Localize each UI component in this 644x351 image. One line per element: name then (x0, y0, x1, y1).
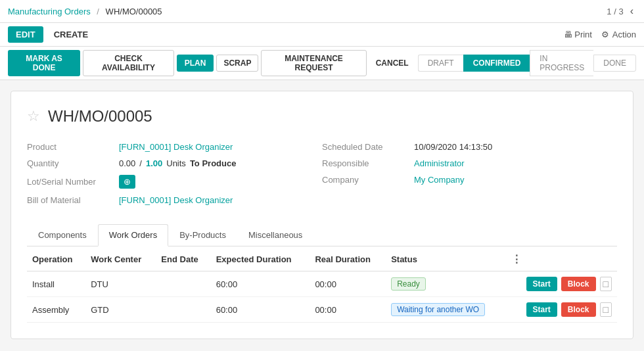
tab-components[interactable]: Components (27, 224, 98, 246)
responsible-value[interactable]: Administrator (414, 158, 465, 168)
row-operation: Install (27, 271, 85, 297)
cancel-button[interactable]: CANCEL (369, 55, 415, 71)
row-actions-cell: Start Block □ (506, 297, 617, 323)
col-work-center: Work Center (85, 246, 156, 271)
row-real-duration: 00:00 (310, 271, 386, 297)
status-draft[interactable]: DRAFT (418, 55, 463, 72)
favorite-star-icon[interactable]: ☆ (27, 108, 40, 125)
mark-done-button[interactable]: MARK AS DONE (8, 50, 80, 76)
nav-prev-icon[interactable]: ‹ (628, 4, 636, 18)
record-title: WH/MO/00005 (48, 107, 152, 126)
start-button[interactable]: Start (526, 277, 557, 291)
col-actions: ⋮ (506, 246, 617, 271)
record-header: ☆ WH/MO/00005 (27, 107, 617, 126)
field-bom: Bill of Material [FURN_0001] Desk Organi… (27, 192, 322, 208)
field-responsible: Responsible Administrator (322, 155, 617, 172)
action-button[interactable]: ⚙ Action (601, 30, 636, 39)
lot-label: Lot/Serial Number (27, 177, 119, 187)
table-row: Install DTU 60:00 00:00 Ready Start Bloc… (27, 271, 617, 297)
table-row: Assembly GTD 60:00 00:00 Waiting for ano… (27, 297, 617, 323)
row-work-center: GTD (85, 297, 156, 323)
work-orders-table: Operation Work Center End Date Expected … (27, 246, 617, 323)
breadcrumb: Manufacturing Orders / WH/MO/00005 (8, 7, 162, 16)
block-button[interactable]: Block (561, 302, 596, 317)
col-operation: Operation (27, 246, 85, 271)
field-product: Product [FURN_0001] Desk Organizer (27, 139, 322, 155)
status-confirmed[interactable]: CONFIRMED (463, 55, 530, 72)
start-button[interactable]: Start (526, 302, 557, 317)
tab-miscellaneous[interactable]: Miscellaneous (237, 224, 313, 246)
row-status: Waiting for another WO (386, 297, 506, 323)
breadcrumb-parent-link[interactable]: Manufacturing Orders (8, 7, 91, 16)
row-end-date (156, 297, 210, 323)
edit-toolbar: EDIT CREATE 🖶 Print ⚙ Action (0, 23, 644, 47)
maintenance-request-button[interactable]: MAINTENANCE REQUEST (261, 50, 366, 76)
field-company: Company My Company (322, 172, 617, 188)
tab-by-products[interactable]: By-Products (168, 224, 237, 246)
row-external-link-icon[interactable]: □ (600, 302, 612, 317)
row-status: Ready (386, 271, 506, 297)
page-counter: 1 / 3 (607, 7, 623, 16)
responsible-label: Responsible (322, 158, 414, 168)
qty-units: Units (166, 158, 186, 168)
field-scheduled-date: Scheduled Date 10/09/2020 14:13:50 (322, 139, 617, 155)
quantity-group: 0.00 / 1.00 Units To Produce (119, 158, 236, 168)
breadcrumb-current: WH/MO/00005 (106, 7, 162, 16)
tab-work-orders[interactable]: Work Orders (98, 224, 168, 246)
row-operation: Assembly (27, 297, 85, 323)
main-content: ☆ WH/MO/00005 Product [FURN_0001] Desk O… (0, 80, 644, 350)
col-status: Status (386, 246, 506, 271)
row-end-date (156, 271, 210, 297)
qty-one: 1.00 (146, 158, 162, 168)
col-real-duration: Real Duration (310, 246, 386, 271)
plan-button[interactable]: PLAN (177, 55, 214, 72)
status-badge: Waiting for another WO (391, 303, 485, 316)
breadcrumb-separator: / (97, 7, 99, 16)
print-icon: 🖶 (564, 30, 572, 39)
product-label: Product (27, 142, 119, 152)
bom-value[interactable]: [FURN_0001] Desk Organizer (119, 195, 233, 205)
row-expected-duration: 60:00 (211, 297, 310, 323)
tabs-container: Components Work Orders By-Products Misce… (27, 224, 617, 246)
row-external-link-icon[interactable]: □ (600, 277, 612, 291)
status-badge: Ready (391, 277, 426, 291)
scheduled-date-value: 10/09/2020 14:13:50 (414, 142, 492, 152)
col-end-date: End Date (156, 246, 210, 271)
bom-label: Bill of Material (27, 195, 119, 205)
edit-button[interactable]: EDIT (8, 26, 43, 43)
action-toolbar: MARK AS DONE CHECK AVAILABILITY PLAN SCR… (0, 47, 644, 80)
fields-grid: Product [FURN_0001] Desk Organizer Quant… (27, 139, 617, 208)
status-done[interactable]: DONE (593, 55, 636, 72)
status-bar: DRAFT CONFIRMED IN PROGRESS DONE (418, 50, 636, 76)
col-expected-duration: Expected Duration (211, 246, 310, 271)
quantity-label: Quantity (27, 158, 119, 168)
print-button[interactable]: 🖶 Print (564, 30, 592, 39)
product-value[interactable]: [FURN_0001] Desk Organizer (119, 142, 233, 152)
toolbar-actions: 🖶 Print ⚙ Action (564, 30, 636, 39)
breadcrumb-bar: Manufacturing Orders / WH/MO/00005 1 / 3… (0, 0, 644, 23)
row-expected-duration: 60:00 (211, 271, 310, 297)
qty-zero: 0.00 (119, 158, 135, 168)
table-menu-icon[interactable]: ⋮ (511, 254, 522, 265)
qty-to-produce: To Produce (190, 158, 237, 168)
gear-icon: ⚙ (601, 30, 609, 39)
field-quantity: Quantity 0.00 / 1.00 Units To Produce (27, 155, 322, 172)
create-button[interactable]: CREATE (49, 26, 93, 43)
page-navigation: 1 / 3 ‹ (607, 4, 636, 18)
scrap-button[interactable]: SCRAP (216, 55, 258, 72)
check-availability-button[interactable]: CHECK AVAILABILITY (83, 50, 174, 76)
record-card: ☆ WH/MO/00005 Product [FURN_0001] Desk O… (11, 91, 633, 339)
field-lot: Lot/Serial Number ⊕ (27, 172, 322, 192)
row-work-center: DTU (85, 271, 156, 297)
status-in-progress[interactable]: IN PROGRESS (530, 50, 593, 76)
scheduled-date-label: Scheduled Date (322, 142, 414, 152)
block-button[interactable]: Block (561, 277, 596, 291)
row-actions-cell: Start Block □ (506, 271, 617, 297)
company-value[interactable]: My Company (414, 175, 465, 185)
row-real-duration: 00:00 (310, 297, 386, 323)
company-label: Company (322, 175, 414, 185)
lot-serial-button[interactable]: ⊕ (119, 175, 135, 189)
